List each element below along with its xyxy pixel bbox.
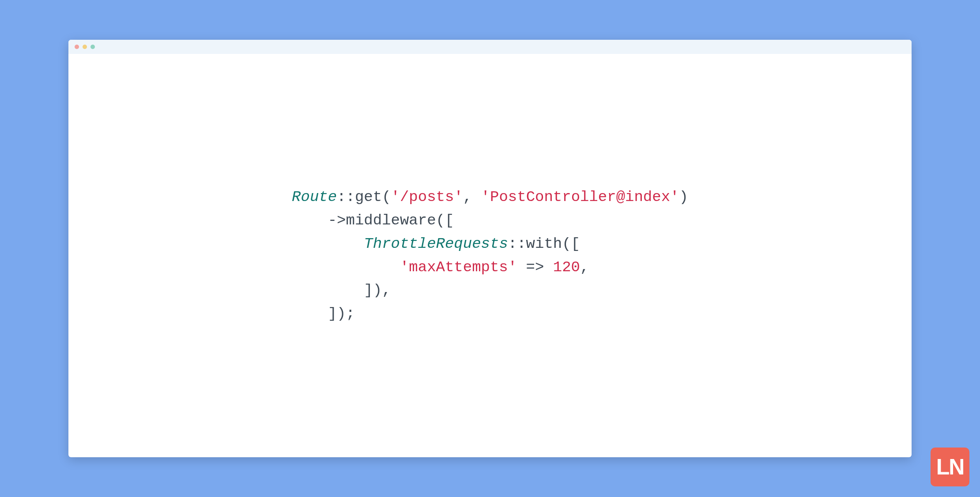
code-array-key: 'maxAttempts' (400, 259, 517, 276)
minimize-icon[interactable] (83, 45, 87, 49)
code-arrow: => (517, 259, 553, 276)
brand-logo-text: LN (936, 454, 964, 480)
code-indent (292, 212, 328, 229)
code-paren: ]), (364, 282, 391, 299)
code-paren: ([ (562, 235, 580, 252)
close-icon[interactable] (75, 45, 79, 49)
code-paren: ( (382, 189, 391, 205)
brand-logo: LN (931, 448, 969, 486)
code-paren: ([ (436, 212, 454, 229)
code-paren: ]); (328, 305, 355, 322)
code-class: Route (292, 189, 337, 205)
code-paren: ) (679, 189, 688, 205)
code-comma: , (580, 259, 589, 276)
code-class: ThrottleRequests (364, 235, 508, 252)
code-indent (292, 282, 364, 299)
code-string: 'PostController@index' (481, 189, 679, 205)
code-content: Route::get('/posts', 'PostController@ind… (68, 54, 911, 457)
code-indent (292, 235, 364, 252)
code-method: middleware (346, 212, 436, 229)
code-indent (292, 305, 328, 322)
code-block: Route::get('/posts', 'PostController@ind… (292, 186, 688, 325)
code-number: 120 (553, 259, 580, 276)
code-arrow: -> (328, 212, 346, 229)
code-comma: , (463, 189, 481, 205)
code-method: get (355, 189, 382, 205)
code-separator: :: (508, 235, 526, 252)
window-titlebar (68, 40, 911, 54)
code-separator: :: (337, 189, 355, 205)
code-string: '/posts' (391, 189, 463, 205)
code-indent (292, 259, 400, 276)
maximize-icon[interactable] (90, 45, 95, 49)
code-window: Route::get('/posts', 'PostController@ind… (68, 40, 911, 457)
code-method: with (526, 235, 562, 252)
